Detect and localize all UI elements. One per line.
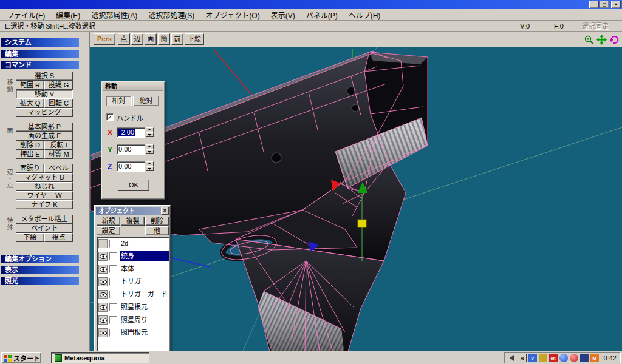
object-row[interactable]: 銃身 bbox=[97, 250, 169, 263]
view-mode-button[interactable]: Pers bbox=[94, 33, 115, 45]
tool-underlay-button[interactable]: 下絵 bbox=[16, 233, 44, 242]
object-name[interactable]: 2d bbox=[120, 238, 169, 249]
tray-ime-icon[interactable]: en bbox=[549, 354, 558, 362]
tool-range-button[interactable]: 範囲 R bbox=[16, 81, 44, 90]
toggle-simple-button[interactable]: 簡 bbox=[158, 33, 170, 45]
tray-icon-2[interactable] bbox=[539, 354, 547, 362]
tool-invert-button[interactable]: 反転 I bbox=[44, 141, 73, 150]
object-row[interactable]: 照星根元 bbox=[97, 301, 169, 314]
object-checkbox[interactable] bbox=[109, 316, 117, 324]
menu-edit[interactable]: 編集(E) bbox=[50, 8, 86, 21]
x-spin-up-icon[interactable] bbox=[146, 127, 154, 132]
rotate-view-button[interactable] bbox=[609, 34, 620, 46]
object-settings-button[interactable]: 設定 bbox=[97, 226, 120, 235]
tool-delete-button[interactable]: 削除 D bbox=[16, 141, 44, 150]
maximize-button[interactable]: □ bbox=[600, 1, 609, 8]
object-row[interactable]: 2d bbox=[97, 237, 169, 250]
tool-wire-button[interactable]: ワイヤー W bbox=[16, 191, 73, 200]
tray-icon-5[interactable] bbox=[570, 354, 578, 362]
object-checkbox[interactable] bbox=[109, 291, 117, 298]
object-name[interactable]: トリガー bbox=[120, 277, 169, 287]
relative-button[interactable]: 相対 bbox=[106, 96, 132, 106]
object-panel-close-button[interactable]: × bbox=[161, 207, 169, 215]
tool-select-button[interactable]: 選択 S bbox=[16, 72, 73, 81]
y-spin-down-icon[interactable] bbox=[146, 149, 154, 154]
sidebar-header-display[interactable]: 表示 bbox=[1, 266, 79, 274]
sidebar-header-command[interactable]: コマンド bbox=[1, 61, 79, 69]
object-checkbox[interactable] bbox=[109, 278, 117, 286]
x-spin-down-icon[interactable] bbox=[146, 132, 154, 137]
object-checkbox[interactable] bbox=[109, 265, 117, 273]
sidebar-header-edit-options[interactable]: 編集オプション bbox=[1, 255, 79, 263]
visibility-eye-icon[interactable] bbox=[98, 252, 108, 261]
tray-icon-1[interactable]: ? bbox=[528, 354, 537, 362]
object-row[interactable]: トリガー bbox=[97, 275, 169, 288]
tool-face-fill-button[interactable]: 面張り bbox=[16, 164, 44, 173]
tool-knife-button[interactable]: ナイフ K bbox=[16, 200, 73, 209]
object-name[interactable]: 銃身 bbox=[120, 251, 169, 261]
close-button[interactable]: × bbox=[611, 1, 621, 8]
object-other-button[interactable]: 他 bbox=[145, 226, 169, 235]
object-checkbox[interactable] bbox=[109, 240, 117, 248]
taskbar-clock[interactable]: 0:42 bbox=[604, 354, 617, 362]
menu-selection-attribute[interactable]: 選択部属性(A) bbox=[86, 8, 143, 21]
menu-help[interactable]: ヘルプ(H) bbox=[343, 8, 386, 21]
move-dialog[interactable]: 移動 相対 絶対 ✓ ハンドル X -2.00 Y 0.00 Z 0.00 OK bbox=[101, 81, 165, 200]
tool-scale-button[interactable]: 拡大 Q bbox=[16, 99, 44, 108]
object-checkbox[interactable] bbox=[109, 303, 117, 311]
tray-icon-7[interactable]: M bbox=[590, 354, 599, 362]
tool-viewpoint-button[interactable]: 視点 bbox=[44, 233, 73, 242]
visibility-eye-icon[interactable] bbox=[98, 328, 108, 337]
menu-object[interactable]: オブジェクト(O) bbox=[200, 8, 265, 21]
toggle-underlay-button[interactable]: 下絵 bbox=[185, 33, 204, 45]
object-name[interactable]: トリガーガード bbox=[120, 289, 169, 300]
y-spinner[interactable] bbox=[146, 144, 154, 155]
sidebar-header-system[interactable]: システム bbox=[1, 38, 79, 47]
ok-button[interactable]: OK bbox=[118, 180, 149, 191]
sidebar-header-lighting[interactable]: 照光 bbox=[1, 277, 79, 285]
move-dialog-title[interactable]: 移動 bbox=[103, 83, 163, 91]
tool-mapping-button[interactable]: マッピング bbox=[16, 108, 73, 117]
object-new-button[interactable]: 新規 bbox=[97, 217, 120, 226]
object-panel-title[interactable]: オブジェクト × bbox=[96, 207, 169, 215]
sidebar-header-edit[interactable]: 編集 bbox=[1, 50, 79, 58]
toggle-edges-button[interactable]: 辺 bbox=[131, 33, 143, 45]
z-spin-up-icon[interactable] bbox=[146, 161, 154, 166]
menu-selection-process[interactable]: 選択部処理(S) bbox=[143, 8, 200, 21]
tool-material-button[interactable]: 材質 M bbox=[44, 150, 73, 159]
object-row[interactable]: 照星周り bbox=[97, 314, 169, 326]
tool-primitive-button[interactable]: 基本図形 P bbox=[16, 123, 73, 132]
tool-bevel-button[interactable]: ベベル bbox=[44, 164, 73, 173]
y-spin-up-icon[interactable] bbox=[146, 144, 154, 149]
object-name[interactable]: 照星周り bbox=[120, 315, 169, 325]
object-name[interactable]: 本体 bbox=[120, 264, 169, 274]
toggle-front-button[interactable]: 前 bbox=[171, 33, 183, 45]
tool-extrude-button[interactable]: 押出 E bbox=[16, 150, 44, 159]
visibility-eye-icon[interactable] bbox=[98, 290, 108, 299]
visibility-eye-icon[interactable] bbox=[98, 239, 108, 248]
tool-paint-button[interactable]: ペイント bbox=[16, 224, 73, 233]
tool-face-generate-button[interactable]: 面の生成 F bbox=[16, 132, 73, 141]
tool-twist-button[interactable]: ねじれ bbox=[16, 182, 73, 191]
absolute-button[interactable]: 絶対 bbox=[133, 96, 159, 106]
tool-metaball-button[interactable]: メタボール粘土 bbox=[16, 215, 73, 224]
object-row[interactable]: トリガーガード bbox=[97, 288, 169, 301]
object-row[interactable]: 本体 bbox=[97, 263, 169, 275]
object-duplicate-button[interactable]: 複製 bbox=[121, 217, 145, 226]
minimize-button[interactable]: _ bbox=[589, 1, 599, 8]
z-value-input[interactable]: 0.00 bbox=[117, 161, 145, 172]
visibility-eye-icon[interactable] bbox=[98, 265, 108, 274]
z-spin-down-icon[interactable] bbox=[146, 166, 154, 171]
menu-view[interactable]: 表示(V) bbox=[265, 8, 301, 21]
zoom-button[interactable] bbox=[583, 34, 595, 46]
tool-move-button[interactable]: 移動 V bbox=[16, 90, 73, 99]
x-spinner[interactable] bbox=[146, 127, 154, 138]
handle-checkbox[interactable]: ✓ bbox=[106, 113, 114, 121]
start-button[interactable]: スタート bbox=[1, 352, 41, 363]
z-spinner[interactable] bbox=[146, 161, 154, 172]
object-name[interactable]: 照門根元 bbox=[120, 328, 169, 338]
tray-collapse-button[interactable]: « bbox=[519, 354, 527, 362]
menu-panel[interactable]: パネル(P) bbox=[301, 8, 343, 21]
object-checkbox[interactable] bbox=[109, 252, 117, 260]
x-value-input[interactable]: -2.00 bbox=[117, 127, 145, 138]
